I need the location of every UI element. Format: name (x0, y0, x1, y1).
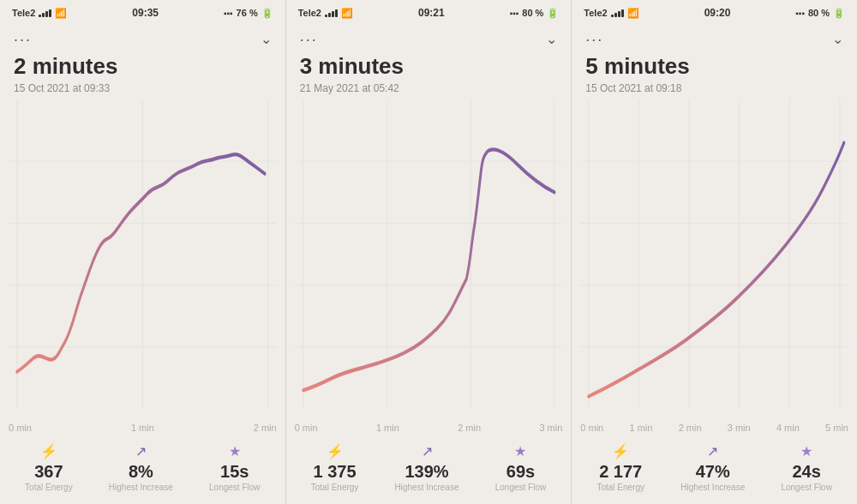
stat-value: 2 177 (599, 462, 642, 481)
card-header: ··· ⌄ (286, 24, 572, 52)
stat-value: 15s (220, 462, 249, 481)
stat-item-0: ⚡ 367 Total Energy (25, 443, 73, 492)
x-axis-label: 2 min (679, 423, 702, 433)
stats-row: ⚡ 367 Total Energy ↗ 8% Highest Increase… (0, 436, 285, 504)
stat-icon: ⚡ (612, 443, 629, 459)
signal-bar-4 (335, 9, 338, 17)
x-axis-label: 1 min (376, 423, 399, 433)
stat-label: Longest Flow (495, 483, 546, 492)
more-dots-button[interactable]: ··· (585, 31, 603, 49)
status-bar: Tele2 📶 09:21 ▪▪▪ 80 % 🔋 (286, 0, 572, 24)
more-dots-button[interactable]: ··· (14, 31, 32, 49)
signal-bar-4 (49, 9, 51, 17)
x-axis-label: 0 min (295, 423, 318, 433)
carrier-name: Tele2 (298, 8, 321, 18)
stat-label: Total Energy (311, 483, 359, 492)
x-axis: 0 min1 min2 min3 min4 min5 min (572, 421, 857, 436)
stat-label: Longest Flow (781, 483, 831, 492)
session-title: 2 minutes (0, 52, 285, 81)
stat-icon: ★ (800, 443, 812, 459)
chart-svg (9, 99, 277, 421)
status-time: 09:20 (704, 7, 731, 19)
phone-panel-2: Tele2 📶 09:21 ▪▪▪ 80 % 🔋 ··· ⌄ 3 minutes… (286, 0, 572, 504)
x-axis-label: 2 min (254, 423, 277, 433)
chart-area (286, 99, 572, 421)
card-header: ··· ⌄ (572, 24, 857, 52)
card-header: ··· ⌄ (0, 24, 285, 52)
x-axis-label: 4 min (776, 423, 800, 433)
signal-bar-4 (621, 9, 624, 17)
signal-bar-2 (614, 13, 617, 17)
signal-bars (611, 9, 624, 17)
stat-item-0: ⚡ 1 375 Total Energy (311, 443, 359, 492)
battery-icon: 🔋 (547, 8, 559, 19)
session-date: 15 Oct 2021 at 09:18 (572, 81, 857, 99)
chevron-down-icon[interactable]: ⌄ (546, 31, 557, 47)
status-bar: Tele2 📶 09:20 ▪▪▪ 80 % 🔋 (572, 0, 857, 24)
chart-line (589, 142, 844, 396)
status-left: Tele2 📶 (584, 8, 638, 19)
status-right: ▪▪▪ 80 % 🔋 (510, 8, 560, 19)
battery-percent: 80 % (808, 8, 830, 18)
chart-area (0, 99, 285, 421)
x-axis-label: 0 min (9, 423, 32, 433)
signal-bar-1 (39, 15, 41, 17)
stat-item-2: ★ 69s Longest Flow (495, 443, 546, 492)
session-date: 21 May 2021 at 05:42 (286, 81, 572, 99)
more-dots-button[interactable]: ··· (300, 31, 318, 49)
session-title: 3 minutes (286, 52, 572, 81)
stat-label: Highest Increase (109, 483, 173, 492)
phone-panel-3: Tele2 📶 09:20 ▪▪▪ 80 % 🔋 ··· ⌄ 5 minutes… (572, 0, 857, 504)
status-left: Tele2 📶 (12, 8, 67, 19)
chart-line (303, 149, 554, 390)
stats-row: ⚡ 2 177 Total Energy ↗ 47% Highest Incre… (572, 436, 857, 504)
stat-item-1: ↗ 139% Highest Increase (395, 443, 459, 492)
status-time: 09:35 (132, 7, 159, 19)
signal-dots: ▪▪▪ (795, 9, 805, 18)
status-right: ▪▪▪ 80 % 🔋 (795, 8, 845, 19)
stat-icon: ★ (514, 443, 526, 459)
x-axis-label: 0 min (580, 423, 603, 433)
session-title: 5 minutes (572, 52, 857, 81)
battery-percent: 80 % (522, 8, 543, 18)
signal-bar-1 (611, 15, 614, 17)
status-left: Tele2 📶 (298, 8, 353, 19)
stat-item-1: ↗ 47% Highest Increase (680, 443, 745, 492)
x-axis-label: 5 min (825, 423, 848, 433)
signal-bar-1 (325, 15, 327, 17)
stat-value: 367 (34, 462, 63, 481)
chevron-down-icon[interactable]: ⌄ (261, 31, 272, 47)
stat-icon: ⚡ (40, 443, 57, 459)
stat-value: 69s (506, 462, 535, 481)
signal-bar-3 (618, 11, 620, 17)
phone-panel-1: Tele2 📶 09:35 ▪▪▪ 76 % 🔋 ··· ⌄ 2 minutes… (0, 0, 286, 504)
x-axis-label: 1 min (629, 423, 652, 433)
x-axis-label: 2 min (458, 423, 481, 433)
chart-line (17, 154, 265, 372)
stat-item-0: ⚡ 2 177 Total Energy (596, 443, 644, 492)
signal-dots: ▪▪▪ (510, 9, 519, 18)
battery-percent: 76 % (237, 8, 258, 18)
stat-value: 47% (696, 462, 730, 481)
stat-value: 8% (129, 462, 153, 481)
x-axis: 0 min1 min2 min (0, 421, 285, 436)
chevron-down-icon[interactable]: ⌄ (832, 31, 843, 47)
stats-row: ⚡ 1 375 Total Energy ↗ 139% Highest Incr… (286, 436, 572, 504)
status-time: 09:21 (418, 7, 445, 19)
signal-bar-3 (332, 11, 334, 17)
wifi-icon: 📶 (55, 8, 67, 19)
signal-bar-2 (42, 13, 45, 17)
wifi-icon: 📶 (341, 8, 353, 19)
x-axis-label: 1 min (131, 423, 154, 433)
stat-value: 24s (792, 462, 820, 481)
stat-icon: ↗ (135, 443, 147, 459)
stat-label: Total Energy (25, 483, 73, 492)
stat-item-2: ★ 15s Longest Flow (209, 443, 260, 492)
stat-item-1: ↗ 8% Highest Increase (109, 443, 173, 492)
signal-bar-2 (328, 13, 331, 17)
stat-label: Highest Increase (680, 483, 745, 492)
battery-icon: 🔋 (833, 8, 845, 19)
signal-dots: ▪▪▪ (224, 9, 233, 18)
chart-svg (295, 99, 563, 421)
chart-svg (580, 99, 848, 421)
